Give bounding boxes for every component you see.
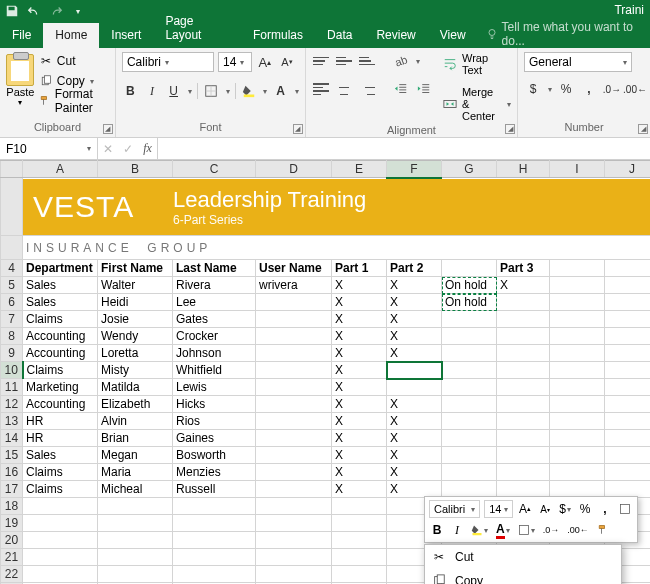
cell[interactable] [550, 277, 605, 294]
decrease-decimal-icon[interactable]: .00← [626, 80, 644, 98]
cell[interactable]: Whitfield [173, 362, 256, 379]
cell[interactable] [98, 498, 173, 515]
col-header[interactable]: B [98, 161, 173, 178]
cell[interactable]: Rivera [173, 277, 256, 294]
tab-formulas[interactable]: Formulas [241, 23, 315, 48]
row-header[interactable]: 11 [1, 379, 23, 396]
cell[interactable] [497, 328, 550, 345]
row-header[interactable]: 22 [1, 566, 23, 583]
cell[interactable] [605, 345, 651, 362]
mini-percent-icon[interactable]: % [577, 500, 593, 518]
cell[interactable] [442, 328, 497, 345]
row-header[interactable]: 12 [1, 396, 23, 413]
cell[interactable]: X [332, 345, 387, 362]
cell[interactable] [442, 345, 497, 362]
format-painter-button[interactable]: Format Painter [39, 92, 109, 110]
cell[interactable] [256, 328, 332, 345]
cell[interactable]: Sales [23, 294, 98, 311]
cell[interactable] [442, 362, 497, 379]
cell[interactable]: Misty [98, 362, 173, 379]
cell[interactable]: X [332, 311, 387, 328]
mini-border-dd-icon[interactable]: ▾ [516, 521, 537, 539]
cell[interactable]: Brian [98, 430, 173, 447]
mini-bold-button[interactable]: B [429, 521, 445, 539]
tab-home[interactable]: Home [43, 23, 99, 48]
row-header[interactable]: 20 [1, 532, 23, 549]
cell[interactable]: Russell [173, 481, 256, 498]
cell[interactable]: X [387, 328, 442, 345]
cell[interactable] [256, 294, 332, 311]
cell[interactable]: Part 1 [332, 260, 387, 277]
enter-formula-icon[interactable]: ✓ [123, 142, 133, 156]
cell[interactable]: Accounting [23, 328, 98, 345]
align-center-icon[interactable] [335, 80, 353, 98]
cell[interactable] [256, 430, 332, 447]
cell[interactable]: X [387, 311, 442, 328]
cell[interactable] [442, 447, 497, 464]
cell[interactable] [442, 311, 497, 328]
cell[interactable]: Johnson [173, 345, 256, 362]
cell[interactable]: Gates [173, 311, 256, 328]
formula-input[interactable] [158, 138, 650, 159]
cell[interactable]: X [332, 362, 387, 379]
cell[interactable]: Gaines [173, 430, 256, 447]
cell[interactable]: Hicks [173, 396, 256, 413]
cell[interactable] [256, 481, 332, 498]
cell[interactable] [605, 294, 651, 311]
col-header[interactable]: H [497, 161, 550, 178]
cell[interactable] [605, 481, 651, 498]
wrap-text-button[interactable]: Wrap Text [443, 52, 511, 76]
mini-font-size[interactable]: 14▾ [484, 500, 513, 518]
cell[interactable] [550, 345, 605, 362]
row-header[interactable]: 9 [1, 345, 23, 362]
cell[interactable] [256, 379, 332, 396]
cut-button[interactable]: ✂Cut [39, 52, 109, 70]
column-headers[interactable]: A B C D E F G H I J [1, 161, 651, 178]
cell[interactable] [442, 413, 497, 430]
cell[interactable] [605, 362, 651, 379]
row-header[interactable]: 8 [1, 328, 23, 345]
cell[interactable]: Wendy [98, 328, 173, 345]
cell[interactable]: HR [23, 430, 98, 447]
name-box[interactable]: F10▾ [0, 138, 98, 159]
row-header[interactable]: 14 [1, 430, 23, 447]
cell[interactable] [256, 362, 332, 379]
cell[interactable]: Last Name [173, 260, 256, 277]
increase-font-icon[interactable]: A▴ [256, 53, 274, 71]
fill-color-button[interactable] [241, 82, 258, 100]
cell[interactable] [256, 396, 332, 413]
cell[interactable]: X [332, 413, 387, 430]
align-bottom-icon[interactable] [358, 52, 376, 70]
row-header[interactable]: 16 [1, 464, 23, 481]
row-header[interactable]: 5 [1, 277, 23, 294]
decrease-indent-icon[interactable] [392, 80, 410, 98]
undo-icon[interactable] [26, 3, 42, 19]
row-header[interactable]: 4 [1, 260, 23, 277]
row-header[interactable]: 7 [1, 311, 23, 328]
cell[interactable] [442, 481, 497, 498]
cell[interactable]: X [332, 277, 387, 294]
cell[interactable]: X [332, 396, 387, 413]
cell[interactable]: X [332, 328, 387, 345]
tab-insert[interactable]: Insert [99, 23, 153, 48]
row-header[interactable]: 17 [1, 481, 23, 498]
cell[interactable]: On hold [442, 294, 497, 311]
cell[interactable] [173, 549, 256, 566]
cell[interactable] [442, 396, 497, 413]
mini-italic-button[interactable]: I [449, 521, 465, 539]
number-format-combo[interactable]: General▾ [524, 52, 632, 72]
cell[interactable]: Menzies [173, 464, 256, 481]
alignment-dialog-launcher[interactable]: ◢ [505, 124, 515, 134]
align-right-icon[interactable] [358, 80, 376, 98]
cell[interactable] [442, 464, 497, 481]
cell[interactable] [605, 379, 651, 396]
clipboard-dialog-launcher[interactable]: ◢ [103, 124, 113, 134]
cell[interactable]: X [387, 294, 442, 311]
italic-button[interactable]: I [144, 82, 161, 100]
number-dialog-launcher[interactable]: ◢ [638, 124, 648, 134]
merge-center-button[interactable]: Merge & Center ▾ [443, 86, 511, 122]
cell[interactable] [256, 464, 332, 481]
fx-icon[interactable]: fx [143, 141, 152, 156]
mini-decrease-font-icon[interactable]: A▾ [537, 500, 553, 518]
cell[interactable]: wrivera [256, 277, 332, 294]
